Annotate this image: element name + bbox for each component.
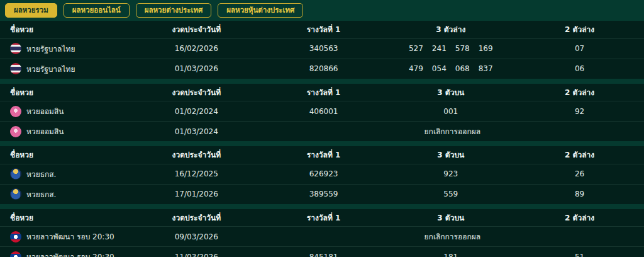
two-digit-result: 89	[515, 184, 644, 204]
results-tables: ชื่อหวยงวดประจำวันที่รางวัลที่ 13 ตัวล่า…	[0, 21, 644, 257]
lottery-name-cell: หวยรัฐบาลไทย	[0, 39, 132, 59]
three-digit-group: 181	[443, 253, 458, 257]
lottery-row: หวยรัฐบาลไทย16/02/2026340563527241578169…	[0, 38, 644, 59]
col-header-first-prize: รางวัลที่ 1	[261, 209, 387, 227]
baac-logo-icon	[10, 168, 21, 180]
lao-flag-icon	[10, 251, 21, 257]
col-header-first-prize: รางวัลที่ 1	[261, 84, 387, 101]
three-digit-number: 578	[455, 44, 470, 53]
lottery-row: หวยลาวพัฒนา รอบ 20:3009/03/2026ยกเลิกการ…	[0, 227, 644, 247]
col-header-lottery-name: ชื่อหวย	[0, 146, 132, 164]
lottery-name-cell: หวยรัฐบาลไทย	[0, 59, 132, 79]
col-header-two-digit: 2 ตัวล่าง	[515, 209, 644, 227]
lottery-name-cell: หวยลาวพัฒนา รอบ 20:30	[0, 247, 132, 257]
col-header-three-digit: 3 ตัวบน	[386, 209, 515, 227]
lottery-results-page: { "colors": { "page_bg": "#053a2f", "tab…	[0, 0, 644, 257]
first-prize: 340563	[261, 38, 387, 59]
three-digit-number: 068	[455, 64, 470, 73]
three-digit-number: 181	[443, 253, 458, 257]
col-header-lottery-name: ชื่อหวย	[0, 209, 132, 227]
col-header-three-digit: 3 ตัวบน	[386, 146, 515, 164]
col-header-draw-date: งวดประจำวันที่	[132, 84, 261, 101]
draw-date: 01/03/2024	[132, 122, 261, 142]
gsb-logo-icon	[10, 106, 21, 117]
draw-date: 11/03/2026	[132, 247, 261, 257]
lottery-name: หวยธกส.	[26, 168, 56, 180]
first-prize: 845181	[261, 247, 387, 257]
col-header-first-prize: รางวัลที่ 1	[261, 21, 387, 38]
col-header-lottery-name: ชื่อหวย	[0, 84, 132, 101]
tab-foreign-stock-results[interactable]: ผลหวยหุ้นต่างประเทศ	[218, 3, 303, 18]
lottery-results-table-4: ชื่อหวยงวดประจำวันที่รางวัลที่ 13 ตัวบน2…	[0, 209, 644, 257]
thai-flag-icon	[10, 63, 21, 74]
two-digit-result: 26	[515, 164, 644, 184]
lottery-name-cell: หวยธกส.	[0, 164, 132, 184]
lottery-name: หวยลาวพัฒนา รอบ 20:30	[26, 251, 114, 257]
draw-date: 09/03/2026	[132, 227, 261, 247]
three-digit-number: 054	[432, 64, 447, 73]
two-digit-result: 51	[515, 247, 644, 257]
three-digit-group: 479054068837	[409, 64, 493, 73]
lottery-name: หวยออมสิน	[26, 105, 64, 117]
tab-all-results[interactable]: ผลหวยรวม	[5, 3, 57, 18]
lottery-name: หวยธกส.	[26, 188, 56, 200]
lottery-row: หวยรัฐบาลไทย01/03/2026820866479054068837…	[0, 59, 644, 79]
three-digit-number: 527	[409, 44, 423, 53]
cancelled-result: ยกเลิกการออกผล	[261, 122, 644, 142]
three-digit-number: 559	[443, 190, 458, 198]
three-digit-result: 527241578169	[386, 38, 515, 59]
lottery-row: หวยธกส.17/01/202638955955989	[0, 184, 644, 204]
lottery-name-cell: หวยลาวพัฒนา รอบ 20:30	[0, 227, 132, 246]
lottery-name-cell: หวยธกส.	[0, 185, 132, 204]
lottery-name: หวยลาวพัฒนา รอบ 20:30	[26, 231, 114, 243]
lottery-row: หวยลาวพัฒนา รอบ 20:3011/03/2026845181181…	[0, 247, 644, 257]
lottery-results-table-2: ชื่อหวยงวดประจำวันที่รางวัลที่ 13 ตัวบน2…	[0, 84, 644, 142]
two-digit-result: 06	[515, 59, 644, 79]
lottery-results-table-1: ชื่อหวยงวดประจำวันที่รางวัลที่ 13 ตัวล่า…	[0, 21, 644, 79]
col-header-three-digit: 3 ตัวบน	[386, 84, 515, 101]
lottery-row: หวยออมสิน01/02/202440600100192	[0, 101, 644, 122]
col-header-two-digit: 2 ตัวล่าง	[515, 84, 644, 101]
two-digit-result: 07	[515, 38, 644, 59]
three-digit-number: 169	[479, 44, 493, 53]
col-header-lottery-name: ชื่อหวย	[0, 21, 132, 38]
first-prize: 406001	[261, 101, 387, 122]
three-digit-result: 479054068837	[386, 59, 515, 79]
lottery-name-cell: หวยออมสิน	[0, 101, 132, 121]
three-digit-result: 001	[386, 101, 515, 122]
three-digit-number: 479	[409, 64, 423, 73]
lottery-name-cell: หวยออมสิน	[0, 122, 132, 141]
first-prize: 389559	[261, 184, 387, 204]
first-prize: 626923	[261, 164, 387, 184]
col-header-two-digit: 2 ตัวล่าง	[515, 21, 644, 38]
lottery-name: หวยออมสิน	[26, 125, 64, 137]
col-header-three-digit: 3 ตัวล่าง	[386, 21, 515, 38]
three-digit-number: 837	[479, 64, 493, 73]
three-digit-number: 241	[432, 44, 447, 53]
tab-foreign-results[interactable]: ผลหวยต่างประเทศ	[136, 3, 212, 18]
lao-flag-icon	[10, 231, 21, 243]
draw-date: 17/01/2026	[132, 184, 261, 204]
three-digit-result: 923	[386, 164, 515, 184]
lottery-row: หวยธกส.16/12/202562692392326	[0, 164, 644, 184]
three-digit-group: 923	[443, 169, 458, 178]
header-row: ชื่อหวยงวดประจำวันที่รางวัลที่ 13 ตัวล่า…	[0, 21, 644, 38]
draw-date: 16/12/2025	[132, 164, 261, 184]
col-header-draw-date: งวดประจำวันที่	[132, 146, 261, 164]
three-digit-result: 559	[386, 184, 515, 204]
draw-date: 01/02/2024	[132, 101, 261, 122]
gsb-logo-icon	[10, 126, 21, 137]
draw-date: 16/02/2026	[132, 38, 261, 59]
col-header-draw-date: งวดประจำวันที่	[132, 209, 261, 227]
header-row: ชื่อหวยงวดประจำวันที่รางวัลที่ 13 ตัวบน2…	[0, 146, 644, 164]
three-digit-group: 001	[443, 107, 458, 116]
col-header-first-prize: รางวัลที่ 1	[261, 146, 387, 164]
tab-bar: ผลหวยรวมผลหวยออนไลน์ผลหวยต่างประเทศผลหวย…	[0, 0, 644, 21]
two-digit-result: 92	[515, 101, 644, 122]
three-digit-number: 001	[443, 107, 458, 116]
draw-date: 01/03/2026	[132, 59, 261, 79]
lottery-name: หวยรัฐบาลไทย	[26, 43, 75, 55]
tab-online-results[interactable]: ผลหวยออนไลน์	[64, 3, 130, 18]
lottery-name: หวยรัฐบาลไทย	[26, 63, 75, 75]
header-row: ชื่อหวยงวดประจำวันที่รางวัลที่ 13 ตัวบน2…	[0, 84, 644, 101]
